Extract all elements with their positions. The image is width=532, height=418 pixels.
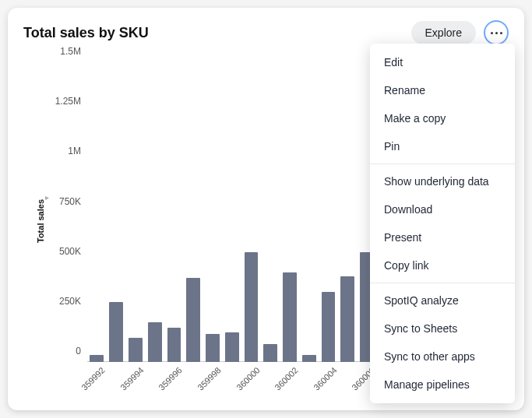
- menu-item-make-a-copy[interactable]: Make a copy: [370, 104, 515, 132]
- bar-slot: [261, 62, 280, 362]
- bar[interactable]: [245, 252, 259, 362]
- menu-separator: [370, 163, 515, 164]
- bar[interactable]: [109, 302, 123, 362]
- bar[interactable]: [225, 332, 239, 363]
- x-tick-label: 359998: [196, 365, 222, 392]
- bar[interactable]: [206, 334, 220, 362]
- bar-slot: 359998: [203, 62, 223, 362]
- bar[interactable]: [167, 328, 181, 362]
- bar[interactable]: [302, 355, 316, 362]
- bar-slot: 359994: [126, 62, 146, 362]
- x-tick-label: 359992: [80, 365, 107, 392]
- menu-item-sync-to-sheets[interactable]: Sync to Sheets: [370, 314, 515, 342]
- bar-slot: [338, 62, 358, 362]
- chart-card: Total sales by SKU Explore Total sales ▸…: [8, 8, 524, 410]
- bar-slot: [145, 62, 164, 362]
- bar[interactable]: [129, 338, 143, 362]
- y-tick-label: 250K: [59, 296, 81, 307]
- y-tick-label: 0: [76, 346, 81, 357]
- x-tick-label: 359994: [118, 365, 145, 392]
- ellipsis-icon: [495, 32, 498, 34]
- bar-slot: [222, 62, 241, 362]
- chart-title: Total sales by SKU: [23, 25, 149, 41]
- bar[interactable]: [322, 292, 336, 362]
- y-tick-label: 750K: [59, 196, 81, 207]
- more-options-button[interactable]: [484, 20, 509, 45]
- y-tick-label: 1M: [68, 146, 81, 156]
- x-tick-label: 360002: [273, 365, 299, 392]
- chevron-right-icon: ▸: [45, 193, 49, 202]
- bar-slot: 359996: [164, 62, 184, 362]
- bar-slot: 360002: [280, 62, 300, 362]
- menu-item-spotiq-analyze[interactable]: SpotIQ analyze: [370, 286, 515, 314]
- y-tick-label: 1.25M: [55, 96, 81, 107]
- menu-separator: [370, 283, 515, 283]
- menu-item-download[interactable]: Download: [370, 195, 515, 223]
- bar-slot: 359992: [87, 62, 107, 362]
- bar-slot: 360004: [319, 62, 338, 362]
- y-tick-label: 1.5M: [60, 46, 81, 57]
- menu-item-pin[interactable]: Pin: [370, 132, 515, 160]
- bar[interactable]: [340, 276, 354, 362]
- menu-item-manage-pipelines[interactable]: Manage pipelines: [370, 371, 515, 399]
- menu-item-sync-to-other-apps[interactable]: Sync to other apps: [370, 342, 515, 371]
- ellipsis-icon: [500, 32, 502, 34]
- menu-item-show-underlying-data[interactable]: Show underlying data: [370, 167, 515, 195]
- x-tick-label: 359996: [157, 365, 184, 392]
- bar[interactable]: [263, 344, 277, 362]
- menu-item-rename[interactable]: Rename: [370, 76, 515, 104]
- context-menu: EditRenameMake a copyPinShow underlying …: [370, 44, 515, 403]
- explore-button[interactable]: Explore: [411, 21, 476, 44]
- bar-slot: 360000: [241, 62, 261, 362]
- bar[interactable]: [90, 355, 104, 362]
- menu-item-present[interactable]: Present: [370, 223, 515, 251]
- x-tick-label: 360004: [312, 365, 338, 392]
- menu-item-copy-link[interactable]: Copy link: [370, 251, 515, 279]
- y-tick-label: 500K: [59, 246, 81, 257]
- ellipsis-icon: [491, 32, 493, 34]
- header-actions: Explore: [411, 20, 509, 45]
- bar-slot: [107, 62, 126, 362]
- y-axis-label: Total sales: [36, 198, 45, 242]
- card-header: Total sales by SKU Explore: [23, 20, 509, 45]
- bar-slot: [184, 62, 203, 362]
- bar[interactable]: [186, 278, 200, 362]
- bar[interactable]: [148, 322, 162, 362]
- bar[interactable]: [283, 272, 297, 363]
- bar-slot: [299, 62, 319, 362]
- x-tick-label: 360000: [234, 365, 261, 392]
- menu-item-edit[interactable]: Edit: [370, 48, 515, 76]
